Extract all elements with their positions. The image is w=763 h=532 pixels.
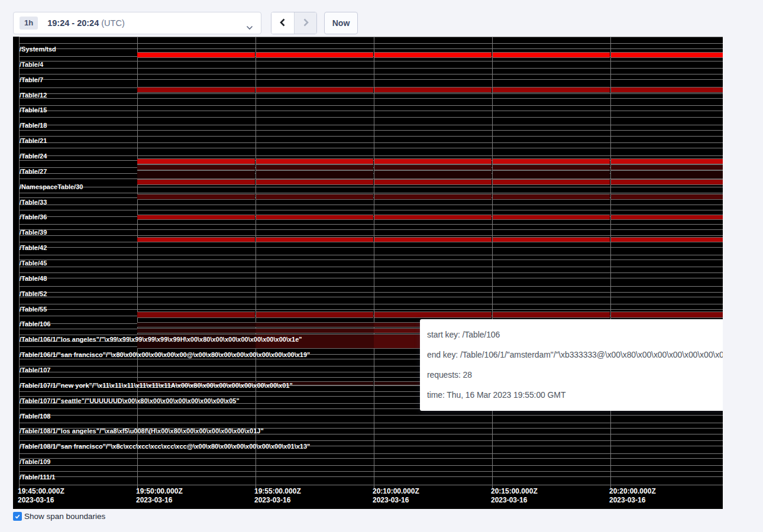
- heat-band: [137, 170, 255, 179]
- tooltip-requests: requests: 28: [427, 365, 723, 385]
- row-label: /Table/106/1/"san francisco"/"\x80\x00\x…: [20, 351, 310, 358]
- heat-band: [137, 328, 256, 333]
- row-label: /Table/108/1/"los angeles"/"\xa8\xf5\u00…: [20, 427, 264, 434]
- span-boundary-line: [19, 37, 723, 37]
- row-label: /System/tsd: [20, 46, 56, 53]
- heat-band: [256, 87, 373, 93]
- row-label: /NamespaceTable/30: [20, 183, 83, 190]
- heat-band: [611, 179, 723, 185]
- range-duration-badge: 1h: [20, 17, 38, 30]
- time-gridline: [492, 37, 493, 488]
- span-boundary-line: [19, 136, 723, 137]
- axis-tick-date: 2023-03-16: [491, 496, 538, 505]
- chevron-left-icon: [278, 18, 287, 29]
- span-boundary-line: [19, 111, 723, 111]
- heat-band: [256, 158, 373, 164]
- row-label: /Table/4: [20, 61, 43, 68]
- heat-band: [137, 194, 255, 200]
- heat-band: [493, 215, 610, 220]
- row-label: /Table/39: [20, 229, 47, 236]
- heat-band: [256, 179, 373, 185]
- heat-band: [256, 170, 373, 179]
- heat-band: [493, 170, 610, 179]
- span-boundary-line: [19, 465, 723, 466]
- axis-tick-date: 2023-03-16: [254, 496, 301, 505]
- span-boundary-line: [19, 458, 723, 459]
- key-visualizer-page: 1h 19:24 - 20:24 (UTC) Now: [0, 0, 763, 532]
- heat-band: [137, 52, 255, 58]
- row-label: /Table/109: [20, 458, 50, 465]
- axis-tick-time: 19:45:00.000Z: [18, 487, 64, 496]
- heat-band: [493, 194, 610, 200]
- heat-band: [137, 87, 255, 93]
- time-range-value: 19:24 - 20:24: [47, 18, 99, 28]
- span-boundary-line: [19, 471, 723, 472]
- heat-band: [493, 52, 610, 58]
- heat-band: [611, 312, 723, 318]
- span-boundary-line: [19, 105, 723, 106]
- row-label: /Table/33: [20, 199, 47, 206]
- show-span-boundaries-checkbox[interactable]: [13, 512, 22, 521]
- axis-tick-time: 19:55:00.000Z: [254, 487, 301, 496]
- span-boundary-line: [19, 43, 723, 44]
- axis-tick-label: 19:50:00.000Z2023-03-16: [136, 487, 183, 505]
- heat-band: [611, 164, 723, 170]
- row-label: /Table/111/1: [20, 473, 55, 481]
- row-label: /Table/42: [20, 244, 47, 251]
- key-visualizer-canvas[interactable]: /System/tsd/Table/4/Table/7/Table/12/Tab…: [13, 37, 723, 509]
- time-range-dropdown[interactable]: 1h 19:24 - 20:24 (UTC): [13, 12, 261, 34]
- heat-band: [137, 179, 255, 185]
- heat-band: [493, 237, 610, 242]
- heat-band: [611, 194, 723, 200]
- span-boundary-line: [19, 148, 723, 148]
- span-boundary-line: [19, 247, 723, 248]
- axis-tick-label: 19:55:00.000Z2023-03-16: [254, 487, 301, 505]
- next-range-button[interactable]: [294, 12, 316, 34]
- span-boundary-line: [19, 440, 723, 441]
- span-boundary-line: [19, 210, 723, 210]
- heat-band: [374, 158, 492, 164]
- row-label: /Table/7: [20, 76, 43, 83]
- heat-band: [493, 158, 610, 164]
- span-boundary-line: [19, 79, 723, 80]
- show-span-boundaries-label: Show span boundaries: [24, 512, 105, 521]
- span-boundary-line: [19, 453, 723, 454]
- heat-band: [611, 170, 723, 179]
- row-label: /Table/52: [20, 290, 47, 297]
- time-gridline: [256, 37, 256, 488]
- heat-band: [493, 87, 610, 93]
- time-range-label: 19:24 - 20:24 (UTC): [47, 18, 125, 28]
- heat-band: [374, 179, 492, 185]
- span-boundary-line: [19, 98, 723, 99]
- span-boundary-line: [19, 117, 723, 118]
- heat-band: [374, 52, 492, 58]
- heat-band: [137, 312, 255, 318]
- row-label: /Table/36: [20, 213, 47, 220]
- axis-tick-time: 20:20:00.000Z: [609, 487, 656, 496]
- heat-band: [493, 312, 610, 318]
- now-button[interactable]: Now: [324, 12, 358, 34]
- span-boundary-line: [19, 187, 723, 187]
- heat-band: [256, 322, 374, 327]
- row-label: /Table/107: [20, 366, 50, 374]
- previous-range-button[interactable]: [271, 12, 294, 34]
- span-boundary-line: [19, 304, 723, 304]
- row-label: /Table/12: [20, 92, 47, 99]
- span-boundary-line: [19, 224, 723, 225]
- heat-band: [611, 158, 723, 164]
- heat-band: [374, 215, 492, 220]
- axis-tick-label: 20:20:00.000Z2023-03-16: [609, 487, 656, 505]
- span-boundary-line: [19, 48, 723, 49]
- span-boundary-line: [19, 273, 723, 273]
- row-label: /Table/48: [20, 275, 47, 282]
- range-nav-group: [271, 12, 317, 34]
- span-boundary-line: [19, 297, 723, 297]
- heat-band: [374, 194, 492, 200]
- span-boundary-line: [19, 485, 723, 485]
- chevron-right-icon: [301, 18, 311, 29]
- show-span-boundaries-toggle[interactable]: Show span boundaries: [13, 512, 105, 521]
- heat-band: [611, 215, 723, 220]
- heat-band: [374, 237, 492, 242]
- chevron-down-icon: [246, 22, 253, 27]
- span-boundary-line: [19, 255, 723, 255]
